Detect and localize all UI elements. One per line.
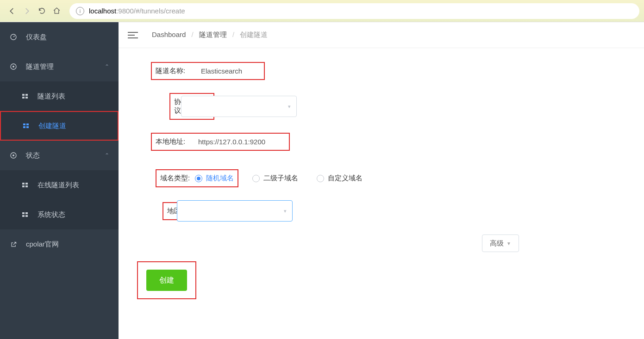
svg-point-4	[13, 154, 14, 156]
sidebar-label: cpolar官网	[26, 240, 59, 249]
sidebar: 仪表盘 隧道管理 ⌃ 隧道列表 创建隧道 状态 ⌃	[0, 22, 119, 339]
sidebar-item-status[interactable]: 状态 ⌃	[0, 141, 119, 170]
sidebar-label: 隧道列表	[38, 92, 65, 101]
forward-button[interactable]	[19, 4, 34, 18]
status-icon	[9, 151, 18, 160]
radio-icon	[252, 175, 260, 182]
chevron-down-icon: ▼	[506, 241, 511, 246]
grid-icon	[21, 210, 29, 219]
protocol-select[interactable]: ▾	[181, 96, 297, 117]
sidebar-label: 创建隧道	[38, 122, 66, 130]
sidebar-item-cpolar-site[interactable]: cpolar官网	[0, 229, 119, 259]
external-link-icon	[9, 240, 18, 248]
sidebar-label: 隧道管理	[26, 62, 54, 71]
sidebar-item-tunnel-mgmt[interactable]: 隧道管理 ⌃	[0, 52, 119, 81]
grid-icon	[21, 181, 29, 189]
region-select[interactable]: ▾	[177, 200, 293, 222]
breadcrumb-separator: /	[232, 31, 234, 38]
main-content: Dashboard / 隧道管理 / 创建隧道 隧道名称: 协议: http	[119, 22, 644, 339]
address-bar[interactable]: i localhost:9800/#/tunnels/create	[69, 3, 639, 19]
chevron-down-icon: ▾	[284, 208, 287, 214]
breadcrumb-separator: /	[192, 31, 194, 38]
local-addr-label: 本地地址:	[156, 137, 193, 146]
advanced-button[interactable]: 高级 ▼	[482, 234, 519, 252]
breadcrumb-item[interactable]: 隧道管理	[199, 31, 227, 38]
tunnel-name-label: 隧道名称:	[156, 67, 193, 75]
local-addr-input[interactable]	[193, 138, 285, 146]
breadcrumb: Dashboard / 隧道管理 / 创建隧道	[152, 31, 268, 39]
svg-point-2	[13, 66, 14, 68]
radio-custom-domain[interactable]: 自定义域名	[317, 174, 363, 183]
url-host: localhost:9800/#/tunnels/create	[89, 7, 185, 15]
top-header: Dashboard / 隧道管理 / 创建隧道	[119, 22, 644, 48]
radio-label: 自定义域名	[328, 174, 363, 183]
sidebar-label: 状态	[26, 151, 40, 160]
sidebar-item-system-status[interactable]: 系统状态	[0, 200, 119, 229]
chevron-up-icon: ⌃	[105, 63, 109, 70]
domain-type-label: 域名类型:	[160, 174, 195, 183]
radio-subdomain[interactable]: 二级子域名	[252, 174, 298, 183]
radio-random-domain[interactable]: 随机域名	[195, 174, 234, 183]
tunnel-name-input[interactable]	[195, 67, 260, 75]
dashboard-icon	[9, 33, 18, 41]
radio-label: 随机域名	[206, 174, 234, 183]
breadcrumb-current: 创建隧道	[240, 31, 268, 38]
reload-button[interactable]	[34, 4, 49, 18]
radio-icon	[317, 175, 324, 182]
browser-toolbar: i localhost:9800/#/tunnels/create	[0, 0, 644, 22]
sidebar-item-online-tunnels[interactable]: 在线隧道列表	[0, 170, 119, 200]
sidebar-label: 在线隧道列表	[38, 181, 79, 190]
chevron-up-icon: ⌃	[105, 152, 109, 159]
grid-icon	[22, 122, 30, 130]
chevron-down-icon: ▾	[288, 104, 291, 110]
sidebar-label: 仪表盘	[26, 33, 47, 42]
breadcrumb-item[interactable]: Dashboard	[152, 31, 186, 38]
sidebar-item-tunnel-list[interactable]: 隧道列表	[0, 81, 119, 111]
radio-label: 二级子域名	[263, 174, 298, 183]
sidebar-item-dashboard[interactable]: 仪表盘	[0, 22, 119, 52]
tunnel-icon	[9, 62, 18, 71]
home-button[interactable]	[49, 4, 64, 18]
sidebar-item-create-tunnel[interactable]: 创建隧道	[0, 111, 119, 141]
create-button[interactable]: 创建	[146, 270, 187, 291]
advanced-label: 高级	[490, 239, 504, 248]
menu-toggle-icon[interactable]	[128, 30, 138, 40]
sidebar-label: 系统状态	[38, 210, 65, 219]
grid-icon	[21, 92, 29, 100]
form-content: 隧道名称: 协议: http ▾ 本地地址:	[119, 48, 644, 313]
back-button[interactable]	[5, 4, 19, 18]
radio-icon	[195, 175, 202, 182]
info-icon: i	[76, 7, 84, 15]
